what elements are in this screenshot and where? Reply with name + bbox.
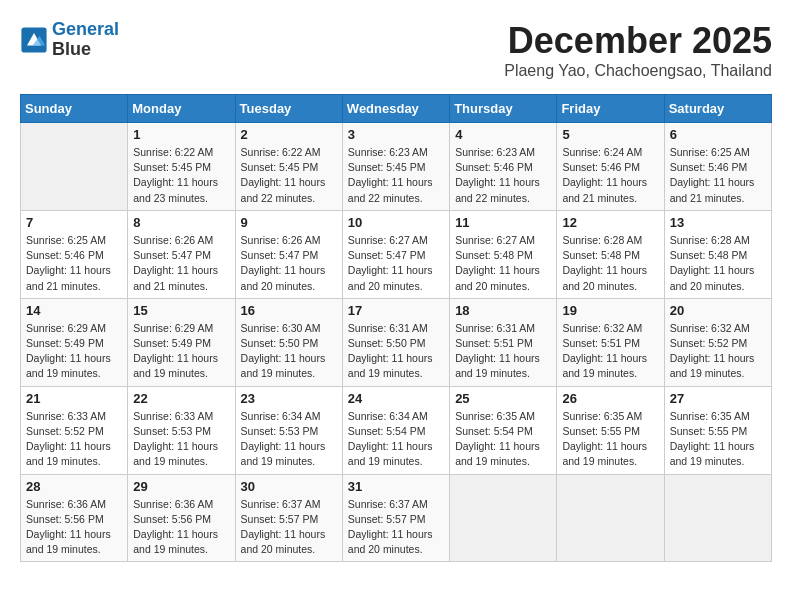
- calendar-day-cell: 8Sunrise: 6:26 AM Sunset: 5:47 PM Daylig…: [128, 210, 235, 298]
- calendar-day-cell: 6Sunrise: 6:25 AM Sunset: 5:46 PM Daylig…: [664, 123, 771, 211]
- day-info: Sunrise: 6:31 AM Sunset: 5:50 PM Dayligh…: [348, 321, 444, 382]
- calendar-day-cell: 31Sunrise: 6:37 AM Sunset: 5:57 PM Dayli…: [342, 474, 449, 562]
- calendar-day-cell: 2Sunrise: 6:22 AM Sunset: 5:45 PM Daylig…: [235, 123, 342, 211]
- day-number: 9: [241, 215, 337, 230]
- calendar-week-row: 14Sunrise: 6:29 AM Sunset: 5:49 PM Dayli…: [21, 298, 772, 386]
- calendar-day-cell: 7Sunrise: 6:25 AM Sunset: 5:46 PM Daylig…: [21, 210, 128, 298]
- logo: General Blue: [20, 20, 119, 60]
- day-number: 24: [348, 391, 444, 406]
- calendar-day-cell: 28Sunrise: 6:36 AM Sunset: 5:56 PM Dayli…: [21, 474, 128, 562]
- day-number: 3: [348, 127, 444, 142]
- calendar-day-cell: 14Sunrise: 6:29 AM Sunset: 5:49 PM Dayli…: [21, 298, 128, 386]
- calendar-header-cell: Thursday: [450, 95, 557, 123]
- day-info: Sunrise: 6:34 AM Sunset: 5:53 PM Dayligh…: [241, 409, 337, 470]
- day-number: 21: [26, 391, 122, 406]
- calendar-day-cell: 17Sunrise: 6:31 AM Sunset: 5:50 PM Dayli…: [342, 298, 449, 386]
- calendar-day-cell: 13Sunrise: 6:28 AM Sunset: 5:48 PM Dayli…: [664, 210, 771, 298]
- day-info: Sunrise: 6:25 AM Sunset: 5:46 PM Dayligh…: [670, 145, 766, 206]
- calendar-day-cell: 18Sunrise: 6:31 AM Sunset: 5:51 PM Dayli…: [450, 298, 557, 386]
- day-number: 19: [562, 303, 658, 318]
- page-header: General Blue December 2025 Plaeng Yao, C…: [20, 20, 772, 84]
- day-number: 7: [26, 215, 122, 230]
- day-info: Sunrise: 6:25 AM Sunset: 5:46 PM Dayligh…: [26, 233, 122, 294]
- day-info: Sunrise: 6:32 AM Sunset: 5:51 PM Dayligh…: [562, 321, 658, 382]
- calendar-day-cell: 22Sunrise: 6:33 AM Sunset: 5:53 PM Dayli…: [128, 386, 235, 474]
- calendar-week-row: 21Sunrise: 6:33 AM Sunset: 5:52 PM Dayli…: [21, 386, 772, 474]
- calendar-day-cell: 26Sunrise: 6:35 AM Sunset: 5:55 PM Dayli…: [557, 386, 664, 474]
- calendar-header-cell: Saturday: [664, 95, 771, 123]
- calendar-day-cell: 12Sunrise: 6:28 AM Sunset: 5:48 PM Dayli…: [557, 210, 664, 298]
- day-number: 11: [455, 215, 551, 230]
- day-info: Sunrise: 6:29 AM Sunset: 5:49 PM Dayligh…: [26, 321, 122, 382]
- calendar-day-cell: 27Sunrise: 6:35 AM Sunset: 5:55 PM Dayli…: [664, 386, 771, 474]
- logo-icon: [20, 26, 48, 54]
- day-number: 1: [133, 127, 229, 142]
- calendar-day-cell: 30Sunrise: 6:37 AM Sunset: 5:57 PM Dayli…: [235, 474, 342, 562]
- day-info: Sunrise: 6:24 AM Sunset: 5:46 PM Dayligh…: [562, 145, 658, 206]
- day-number: 28: [26, 479, 122, 494]
- calendar-header-cell: Sunday: [21, 95, 128, 123]
- calendar-table: SundayMondayTuesdayWednesdayThursdayFrid…: [20, 94, 772, 562]
- day-info: Sunrise: 6:26 AM Sunset: 5:47 PM Dayligh…: [241, 233, 337, 294]
- calendar-header: SundayMondayTuesdayWednesdayThursdayFrid…: [21, 95, 772, 123]
- day-info: Sunrise: 6:36 AM Sunset: 5:56 PM Dayligh…: [133, 497, 229, 558]
- month-title: December 2025: [504, 20, 772, 62]
- day-number: 25: [455, 391, 551, 406]
- calendar-header-cell: Monday: [128, 95, 235, 123]
- calendar-day-cell: 10Sunrise: 6:27 AM Sunset: 5:47 PM Dayli…: [342, 210, 449, 298]
- calendar-day-cell: 4Sunrise: 6:23 AM Sunset: 5:46 PM Daylig…: [450, 123, 557, 211]
- day-info: Sunrise: 6:30 AM Sunset: 5:50 PM Dayligh…: [241, 321, 337, 382]
- day-number: 31: [348, 479, 444, 494]
- day-info: Sunrise: 6:37 AM Sunset: 5:57 PM Dayligh…: [241, 497, 337, 558]
- calendar-week-row: 7Sunrise: 6:25 AM Sunset: 5:46 PM Daylig…: [21, 210, 772, 298]
- calendar-header-cell: Tuesday: [235, 95, 342, 123]
- calendar-day-cell: 24Sunrise: 6:34 AM Sunset: 5:54 PM Dayli…: [342, 386, 449, 474]
- day-number: 10: [348, 215, 444, 230]
- day-number: 13: [670, 215, 766, 230]
- calendar-day-cell: 19Sunrise: 6:32 AM Sunset: 5:51 PM Dayli…: [557, 298, 664, 386]
- day-number: 22: [133, 391, 229, 406]
- day-number: 18: [455, 303, 551, 318]
- calendar-day-cell: [21, 123, 128, 211]
- calendar-day-cell: 20Sunrise: 6:32 AM Sunset: 5:52 PM Dayli…: [664, 298, 771, 386]
- calendar-day-cell: 3Sunrise: 6:23 AM Sunset: 5:45 PM Daylig…: [342, 123, 449, 211]
- day-info: Sunrise: 6:27 AM Sunset: 5:47 PM Dayligh…: [348, 233, 444, 294]
- day-info: Sunrise: 6:35 AM Sunset: 5:55 PM Dayligh…: [670, 409, 766, 470]
- day-info: Sunrise: 6:29 AM Sunset: 5:49 PM Dayligh…: [133, 321, 229, 382]
- calendar-day-cell: 29Sunrise: 6:36 AM Sunset: 5:56 PM Dayli…: [128, 474, 235, 562]
- calendar-day-cell: 25Sunrise: 6:35 AM Sunset: 5:54 PM Dayli…: [450, 386, 557, 474]
- day-info: Sunrise: 6:23 AM Sunset: 5:46 PM Dayligh…: [455, 145, 551, 206]
- day-number: 26: [562, 391, 658, 406]
- day-number: 30: [241, 479, 337, 494]
- day-info: Sunrise: 6:22 AM Sunset: 5:45 PM Dayligh…: [133, 145, 229, 206]
- day-number: 23: [241, 391, 337, 406]
- calendar-day-cell: 15Sunrise: 6:29 AM Sunset: 5:49 PM Dayli…: [128, 298, 235, 386]
- day-info: Sunrise: 6:36 AM Sunset: 5:56 PM Dayligh…: [26, 497, 122, 558]
- day-number: 20: [670, 303, 766, 318]
- calendar-day-cell: [664, 474, 771, 562]
- calendar-day-cell: 5Sunrise: 6:24 AM Sunset: 5:46 PM Daylig…: [557, 123, 664, 211]
- day-info: Sunrise: 6:23 AM Sunset: 5:45 PM Dayligh…: [348, 145, 444, 206]
- day-info: Sunrise: 6:33 AM Sunset: 5:52 PM Dayligh…: [26, 409, 122, 470]
- calendar-day-cell: 23Sunrise: 6:34 AM Sunset: 5:53 PM Dayli…: [235, 386, 342, 474]
- calendar-day-cell: 21Sunrise: 6:33 AM Sunset: 5:52 PM Dayli…: [21, 386, 128, 474]
- day-number: 15: [133, 303, 229, 318]
- day-info: Sunrise: 6:35 AM Sunset: 5:54 PM Dayligh…: [455, 409, 551, 470]
- day-info: Sunrise: 6:27 AM Sunset: 5:48 PM Dayligh…: [455, 233, 551, 294]
- logo-text: General Blue: [52, 20, 119, 60]
- day-info: Sunrise: 6:31 AM Sunset: 5:51 PM Dayligh…: [455, 321, 551, 382]
- location-title: Plaeng Yao, Chachoengsao, Thailand: [504, 62, 772, 80]
- day-number: 4: [455, 127, 551, 142]
- day-number: 16: [241, 303, 337, 318]
- calendar-day-cell: [450, 474, 557, 562]
- day-number: 2: [241, 127, 337, 142]
- day-info: Sunrise: 6:26 AM Sunset: 5:47 PM Dayligh…: [133, 233, 229, 294]
- day-number: 14: [26, 303, 122, 318]
- calendar-week-row: 1Sunrise: 6:22 AM Sunset: 5:45 PM Daylig…: [21, 123, 772, 211]
- day-info: Sunrise: 6:22 AM Sunset: 5:45 PM Dayligh…: [241, 145, 337, 206]
- day-number: 17: [348, 303, 444, 318]
- title-section: December 2025 Plaeng Yao, Chachoengsao, …: [504, 20, 772, 80]
- day-info: Sunrise: 6:28 AM Sunset: 5:48 PM Dayligh…: [562, 233, 658, 294]
- day-number: 29: [133, 479, 229, 494]
- day-info: Sunrise: 6:33 AM Sunset: 5:53 PM Dayligh…: [133, 409, 229, 470]
